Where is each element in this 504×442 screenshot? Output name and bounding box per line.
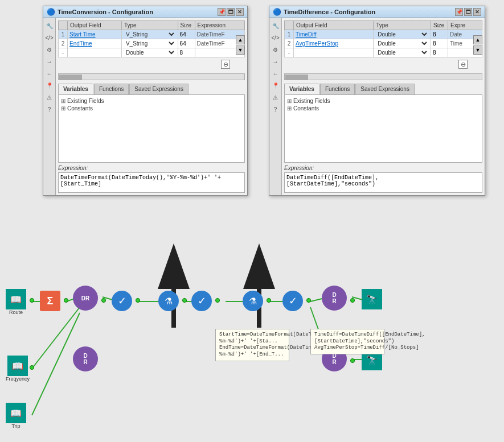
field-name-2[interactable]: EndTime <box>69 40 92 47</box>
tool-help[interactable]: ? <box>271 104 281 114</box>
connector-freq <box>30 365 34 370</box>
tab-saved-expressions[interactable]: Saved Expressions <box>355 84 415 94</box>
formula2-node[interactable]: ⚗ <box>243 291 263 311</box>
tool-arrow-right[interactable]: → <box>271 56 281 67</box>
field-name-1[interactable]: Start Time <box>69 31 96 38</box>
table-row[interactable]: 2 EndTime V_String 64 DateTimeF <box>59 39 245 48</box>
table-row[interactable]: 1 TimeDiff Double 8 Date <box>285 30 482 39</box>
connector-1 <box>30 298 34 303</box>
minimize-button[interactable]: 🗖 <box>464 8 472 16</box>
close-button[interactable]: ✕ <box>473 8 481 16</box>
tree-label: Existing Fields <box>293 98 330 104</box>
scroll-down-button[interactable]: ▼ <box>236 46 245 55</box>
type-select-1[interactable]: V_String <box>124 31 176 38</box>
tool-wrench[interactable]: 🔧 <box>271 20 281 31</box>
delete-row-button[interactable]: ⊖ <box>221 60 230 69</box>
connector-4 <box>136 298 140 303</box>
tool-code[interactable]: </> <box>44 32 55 43</box>
col-output-field: Output Field <box>68 21 122 30</box>
tool-arrow-left[interactable]: ← <box>271 68 281 79</box>
expression-area: Expression: DateTimeFormat(DateTimeToday… <box>56 163 247 195</box>
horizontal-scrollbar[interactable] <box>58 73 245 80</box>
table-row[interactable]: - Double 8 <box>59 48 245 57</box>
frequency-node[interactable]: 📖 Freqyency <box>6 356 30 382</box>
connector-5 <box>182 298 187 303</box>
expression-label: Expression: <box>58 165 245 171</box>
type-select-3[interactable]: Double <box>124 49 176 56</box>
tab-variables[interactable]: Variables <box>58 84 93 94</box>
tab-content: ⊞ Existing Fields ⊞ Constants <box>58 94 245 163</box>
fields-table: Output Field Type Size Expression 1 Star… <box>58 20 245 57</box>
left-toolbar: 🔧 </> ⚙ → ← 📍 ⚠ ? <box>43 18 56 195</box>
join2-node[interactable]: DR <box>322 286 347 311</box>
expression-box[interactable]: DateTimeFormat(DateTimeToday(),'%Y-%m-%d… <box>58 172 245 193</box>
connector-2 <box>64 298 68 303</box>
tab-saved-expressions[interactable]: Saved Expressions <box>129 84 189 94</box>
scroll-down-button[interactable]: ▼ <box>473 46 482 55</box>
connector-3 <box>101 298 106 303</box>
browse1-node[interactable]: 🔭 <box>362 289 382 309</box>
table-row[interactable]: - Double 8 <box>285 48 482 57</box>
tool-code[interactable]: </> <box>271 32 281 43</box>
timedifference-titlebar: 🔵 TimeDifference - Configuration 📌 🗖 ✕ <box>269 6 485 18</box>
tool-pin[interactable]: 📍 <box>271 80 281 90</box>
trip-node[interactable]: 📖 Trip <box>6 403 26 429</box>
check2-node[interactable]: ✓ <box>191 291 212 311</box>
tool-wrench[interactable]: 🔧 <box>44 20 55 31</box>
tree-item-constants[interactable]: ⊞ Constants <box>61 105 242 112</box>
timedifference-title: TimeDifference - Configuration <box>284 9 375 15</box>
tree-item-existing-fields[interactable]: ⊞ Existing Fields <box>61 97 242 105</box>
connector-10 <box>350 358 355 363</box>
horizontal-scrollbar[interactable] <box>284 73 482 80</box>
table-row[interactable]: 1 Start Time V_String 64 DateTimeF <box>59 30 245 39</box>
join1-node[interactable]: DR <box>73 286 98 311</box>
scroll-up-button[interactable]: ▲ <box>473 35 482 44</box>
tree-item-constants[interactable]: ⊞ Constants <box>287 105 480 112</box>
tool-pin[interactable]: 📍 <box>44 80 55 90</box>
close-button[interactable]: ✕ <box>236 8 244 16</box>
scroll-up-button[interactable]: ▲ <box>236 35 245 44</box>
pin-button[interactable]: 📌 <box>455 8 463 16</box>
tree-label: Constants <box>293 105 319 111</box>
col-output-field: Output Field <box>294 21 374 30</box>
summarize-node[interactable]: Σ <box>40 291 60 311</box>
join3-node[interactable]: DR <box>73 346 98 371</box>
tab-functions[interactable]: Functions <box>94 84 129 94</box>
timeconversion-title: TimeConversion - Configuration <box>58 9 153 15</box>
type-select-2[interactable]: Double <box>375 40 429 47</box>
check1-node[interactable]: ✓ <box>112 291 132 311</box>
route-label: Route <box>9 309 23 315</box>
type-select-2[interactable]: V_String <box>124 40 176 47</box>
route-node[interactable]: 📖 Route <box>6 289 26 315</box>
tooltip-box-2: TimeDiff=DateTimeDiff([EndDateTime],[Sta… <box>310 329 384 354</box>
expression-label: Expression: <box>284 165 482 171</box>
field-name-2[interactable]: AvgTimePerStop <box>296 40 338 47</box>
tab-functions[interactable]: Functions <box>320 84 355 94</box>
tab-variables[interactable]: Variables <box>284 84 319 94</box>
tool-warning[interactable]: ⚠ <box>271 92 281 102</box>
col-expression: Expression <box>195 21 244 30</box>
tool-help[interactable]: ? <box>44 104 55 114</box>
timedifference-window: 🔵 TimeDifference - Configuration 📌 🗖 ✕ 🔧… <box>269 6 485 196</box>
connector-9 <box>350 298 355 303</box>
tree-item-existing-fields[interactable]: ⊞ Existing Fields <box>287 97 480 105</box>
tool-arrow-left[interactable]: ← <box>44 68 55 79</box>
pin-button[interactable]: 📌 <box>218 8 226 16</box>
expression-box[interactable]: DateTimeDiff([EndDateTime],[StartDateTim… <box>284 172 482 193</box>
window-icon: 🔵 <box>273 8 281 16</box>
check3-node[interactable]: ✓ <box>282 291 303 311</box>
table-row[interactable]: 2 AvgTimePerStop Double 8 Time <box>285 39 482 48</box>
tool-arrow-right[interactable]: → <box>44 56 55 67</box>
tool-settings[interactable]: ⚙ <box>44 44 55 55</box>
tool-warning[interactable]: ⚠ <box>44 92 55 102</box>
col-type: Type <box>121 21 178 30</box>
col-size: Size <box>178 21 195 30</box>
type-select-1[interactable]: Double <box>375 31 429 38</box>
field-name-1[interactable]: TimeDiff <box>296 31 317 38</box>
delete-row-button[interactable]: ⊖ <box>458 60 468 69</box>
minimize-button[interactable]: 🗖 <box>227 8 235 16</box>
tool-settings[interactable]: ⚙ <box>271 44 281 55</box>
type-select-3[interactable]: Double <box>375 49 429 56</box>
formula1-node[interactable]: ⚗ <box>158 291 179 311</box>
timeconversion-window: 🔵 TimeConversion - Configuration 📌 🗖 ✕ 🔧… <box>43 6 248 196</box>
